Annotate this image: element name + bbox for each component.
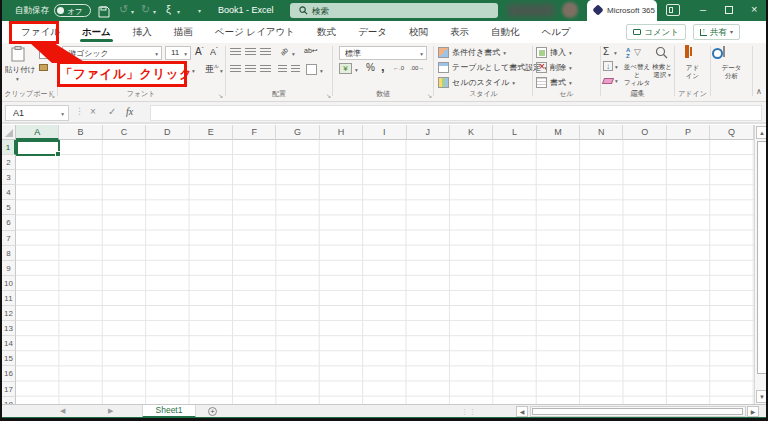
merge-caret-icon[interactable]: ▾ xyxy=(320,68,323,74)
name-box[interactable]: A1 ▾ xyxy=(5,105,69,121)
currency-format-icon[interactable]: ¥ xyxy=(339,63,352,74)
column-header-P[interactable]: P xyxy=(667,125,710,140)
scroll-right-icon[interactable]: ▶ xyxy=(747,406,759,417)
decrease-indent-icon[interactable] xyxy=(278,65,287,73)
column-header-L[interactable]: L xyxy=(493,125,536,140)
row-header-9[interactable]: 9 xyxy=(2,261,16,276)
font-size-select[interactable]: 11▾ xyxy=(165,46,191,60)
row-header-2[interactable]: 2 xyxy=(2,155,16,170)
search-box[interactable]: 検索 xyxy=(290,3,498,18)
align-middle-icon[interactable] xyxy=(245,48,256,56)
tab-page-layout[interactable]: ページ レイアウト xyxy=(204,21,306,43)
undo-caret-icon[interactable]: ▾ xyxy=(131,8,134,15)
clear-caret-icon[interactable]: ▾ xyxy=(615,78,618,84)
autosum-caret-icon[interactable]: ▾ xyxy=(614,50,617,56)
paste-label[interactable]: 貼り付け xyxy=(5,65,35,75)
column-header-K[interactable]: K xyxy=(450,125,493,140)
decrease-decimal-icon[interactable]: .00→ xyxy=(410,65,424,71)
comments-button[interactable]: コメント xyxy=(626,24,686,40)
align-left-icon[interactable] xyxy=(230,65,241,73)
pen-tool-icon[interactable]: ξ xyxy=(166,3,171,15)
tab-review[interactable]: 校閲 xyxy=(398,21,439,43)
fill-icon[interactable]: ↓ xyxy=(603,61,613,71)
format-painter-icon[interactable] xyxy=(39,64,48,71)
clear-icon[interactable] xyxy=(602,78,614,84)
tab-insert[interactable]: 挿入 xyxy=(122,21,163,43)
data-analysis-icon[interactable] xyxy=(723,46,725,57)
horizontal-scroll-thumb[interactable] xyxy=(532,408,743,415)
align-center-icon[interactable] xyxy=(245,65,256,73)
row-header-11[interactable]: 11 xyxy=(2,291,16,306)
font-dialog-launcher-icon[interactable]: ↘ xyxy=(218,92,223,99)
alignment-dialog-launcher-icon[interactable]: ↘ xyxy=(326,92,331,99)
font-name-select[interactable]: 游ゴシック▾ xyxy=(62,46,162,60)
style-item-3[interactable]: セルのスタイル▾ xyxy=(438,76,530,89)
vertical-scroll-thumb[interactable] xyxy=(757,141,767,374)
column-header-I[interactable]: I xyxy=(363,125,406,140)
currency-caret-icon[interactable]: ▾ xyxy=(355,67,358,73)
find-select-icon[interactable] xyxy=(655,46,668,61)
scroll-up-icon[interactable]: ▲ xyxy=(756,126,768,139)
column-header-F[interactable]: F xyxy=(233,125,276,140)
shrink-font-icon[interactable]: Aˇ xyxy=(210,46,218,57)
row-header-8[interactable]: 8 xyxy=(2,246,16,261)
redo-caret-icon[interactable]: ▾ xyxy=(153,8,156,15)
tab-switcher-icon[interactable] xyxy=(666,4,680,16)
row-header-3[interactable]: 3 xyxy=(2,170,16,185)
row-header-16[interactable]: 16 xyxy=(2,366,16,381)
sheet-nav-right-icon[interactable]: ▶ xyxy=(108,407,113,415)
column-header-E[interactable]: E xyxy=(190,125,233,140)
sheet-nav-left-icon[interactable]: ◀ xyxy=(60,407,65,415)
select-all-corner[interactable] xyxy=(2,125,16,140)
column-header-N[interactable]: N xyxy=(580,125,623,140)
add-sheet-button[interactable]: + xyxy=(208,407,217,416)
number-dialog-launcher-icon[interactable]: ↘ xyxy=(427,92,432,99)
column-header-G[interactable]: G xyxy=(276,125,319,140)
autosum-icon[interactable]: Σ xyxy=(603,46,609,57)
column-header-H[interactable]: H xyxy=(320,125,363,140)
row-header-15[interactable]: 15 xyxy=(2,351,16,366)
column-header-D[interactable]: D xyxy=(146,125,189,140)
formula-input[interactable] xyxy=(150,105,762,121)
phonetic-guide-icon[interactable]: 亜ル xyxy=(205,63,219,76)
column-header-O[interactable]: O xyxy=(623,125,666,140)
insert-function-button[interactable]: fx xyxy=(126,106,133,117)
cells-item-2[interactable]: 削除▾ xyxy=(536,61,598,74)
qat-customize-icon[interactable]: ▾ xyxy=(198,7,201,14)
row-header-4[interactable]: 4 xyxy=(2,185,16,200)
row-header-18[interactable]: 18 xyxy=(2,397,16,404)
column-header-C[interactable]: C xyxy=(103,125,146,140)
percent-style-icon[interactable]: % xyxy=(366,62,375,73)
comma-style-icon[interactable]: , xyxy=(381,59,385,74)
vertical-scrollbar[interactable]: ▲ ▼ xyxy=(754,125,768,404)
formula-bar-gripper[interactable]: ⋮ xyxy=(75,106,84,116)
row-header-5[interactable]: 5 xyxy=(2,200,16,215)
collapse-ribbon-icon[interactable]: ∧ xyxy=(756,87,762,96)
row-header-17[interactable]: 17 xyxy=(2,382,16,397)
align-top-icon[interactable] xyxy=(230,48,241,56)
autosave-toggle[interactable]: オフ xyxy=(54,4,91,17)
addins-label[interactable]: アドイン xyxy=(675,64,710,80)
tab-help[interactable]: ヘルプ xyxy=(531,21,582,43)
style-item-2[interactable]: テーブルとして書式設定▾ xyxy=(438,61,530,74)
grow-font-icon[interactable]: Aˆ xyxy=(195,46,203,57)
fill-caret-icon[interactable]: ▾ xyxy=(615,64,618,70)
tab-draw[interactable]: 描画 xyxy=(163,21,204,43)
find-select-label[interactable]: 検索と選択 ▾ xyxy=(649,63,675,79)
cells-item-3[interactable]: 書式▾ xyxy=(536,76,598,89)
tab-home[interactable]: ホーム xyxy=(71,21,122,43)
style-item-1[interactable]: 条件付き書式▾ xyxy=(438,46,530,59)
maximize-button[interactable] xyxy=(725,6,733,14)
tab-automate[interactable]: 自動化 xyxy=(480,21,531,43)
row-header-1[interactable]: 1 xyxy=(2,140,16,155)
pen-caret-icon[interactable]: ▾ xyxy=(177,8,180,15)
horizontal-scrollbar[interactable] xyxy=(530,406,746,417)
paste-icon[interactable] xyxy=(11,46,26,64)
column-header-Q[interactable]: Q xyxy=(710,125,753,140)
enter-button[interactable]: ✓ xyxy=(108,106,116,117)
scroll-down-icon[interactable]: ▼ xyxy=(756,390,768,403)
column-header-A[interactable]: A xyxy=(16,125,59,140)
column-header-M[interactable]: M xyxy=(537,125,580,140)
save-icon[interactable] xyxy=(98,4,110,22)
row-header-7[interactable]: 7 xyxy=(2,231,16,246)
